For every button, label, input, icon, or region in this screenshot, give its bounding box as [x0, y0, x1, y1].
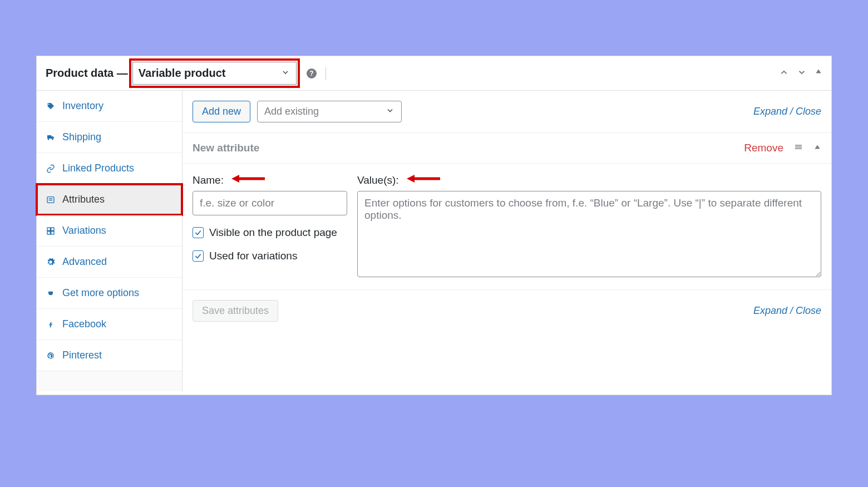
- attribute-form-left: Name: Visible on the product page Used f…: [193, 174, 347, 279]
- sidebar-item-advanced[interactable]: Advanced: [37, 247, 182, 278]
- panel-body: Inventory Shipping Linked Products Attri…: [37, 91, 831, 391]
- values-label: Value(s):: [357, 174, 399, 186]
- svg-marker-0: [816, 69, 821, 73]
- collapse-attribute-icon[interactable]: [813, 143, 821, 153]
- sidebar-item-attributes[interactable]: Attributes: [37, 184, 182, 215]
- product-type-wrap: Variable product: [132, 62, 297, 85]
- visible-checkbox[interactable]: [193, 227, 204, 238]
- sidebar-item-label: Attributes: [62, 194, 105, 205]
- sidebar-item-label: Pinterest: [62, 350, 102, 361]
- sidebar-item-label: Facebook: [62, 318, 106, 330]
- product-data-panel: Product data — Variable product ? Invent…: [36, 56, 832, 395]
- attribute-section-header: New attribute Remove: [183, 133, 831, 164]
- sidebar-item-shipping[interactable]: Shipping: [37, 122, 182, 153]
- drag-handle-icon[interactable]: [793, 142, 803, 154]
- annotation-arrow-icon: [407, 174, 440, 186]
- attribute-values-textarea[interactable]: [357, 191, 821, 277]
- name-field-label-row: Name:: [193, 174, 347, 186]
- attribute-form-right: Value(s):: [357, 174, 821, 279]
- values-field-label-row: Value(s):: [357, 174, 821, 186]
- svg-rect-4: [47, 228, 50, 230]
- svg-rect-6: [47, 231, 50, 234]
- product-type-select[interactable]: Variable product: [132, 62, 297, 85]
- collapse-panel-icon[interactable]: [815, 67, 822, 80]
- pinterest-icon: [46, 352, 56, 360]
- svg-marker-11: [815, 145, 820, 149]
- add-existing-select[interactable]: Add existing: [257, 101, 402, 122]
- add-existing-label: Add existing: [264, 106, 319, 117]
- truck-icon: [46, 133, 56, 142]
- move-down-icon[interactable]: [797, 67, 807, 80]
- sidebar-item-label: Variations: [62, 225, 106, 237]
- used-variations-checkbox-row: Used for variations: [193, 250, 347, 262]
- svg-rect-5: [51, 228, 54, 230]
- panel-header: Product data — Variable product ?: [37, 56, 831, 91]
- name-label: Name:: [193, 174, 224, 186]
- attribute-name-input[interactable]: [193, 191, 347, 215]
- main-content: Add new Add existing Expand / Close New …: [183, 91, 831, 391]
- sidebar: Inventory Shipping Linked Products Attri…: [37, 91, 183, 391]
- panel-header-controls: [779, 67, 822, 80]
- sidebar-item-linked-products[interactable]: Linked Products: [37, 153, 182, 184]
- svg-rect-7: [51, 231, 54, 234]
- svg-marker-13: [231, 175, 239, 183]
- grid-icon: [46, 227, 56, 235]
- attribute-header-actions: Remove: [744, 142, 821, 154]
- used-variations-checkbox-label: Used for variations: [209, 250, 297, 262]
- annotation-arrow-icon: [231, 174, 265, 186]
- sidebar-item-pinterest[interactable]: Pinterest: [37, 340, 182, 371]
- add-new-button[interactable]: Add new: [193, 101, 250, 122]
- sidebar-item-facebook[interactable]: Facebook: [37, 309, 182, 340]
- expand-close-link[interactable]: Expand / Close: [753, 305, 821, 317]
- sidebar-item-label: Linked Products: [62, 163, 134, 174]
- sidebar-item-label: Get more options: [62, 287, 139, 299]
- sidebar-item-label: Advanced: [62, 256, 107, 268]
- svg-marker-15: [407, 175, 415, 183]
- link-icon: [46, 164, 56, 173]
- sidebar-item-label: Shipping: [62, 131, 101, 143]
- list-icon: [46, 195, 56, 204]
- help-icon[interactable]: ?: [307, 68, 317, 78]
- used-variations-checkbox[interactable]: [193, 250, 204, 262]
- divider: [326, 67, 326, 80]
- visible-checkbox-row: Visible on the product page: [193, 227, 347, 239]
- annotation-highlight-box: [36, 183, 183, 216]
- gear-icon: [46, 258, 56, 267]
- expand-close-link[interactable]: Expand / Close: [753, 106, 821, 117]
- sidebar-item-label: Inventory: [62, 100, 103, 112]
- sidebar-item-variations[interactable]: Variations: [37, 215, 182, 247]
- save-attributes-button[interactable]: Save attributes: [193, 300, 278, 322]
- sidebar-item-get-more-options[interactable]: Get more options: [37, 278, 182, 309]
- remove-attribute-link[interactable]: Remove: [744, 142, 783, 154]
- attributes-toolbar: Add new Add existing Expand / Close: [183, 91, 831, 133]
- attribute-form: Name: Visible on the product page Used f…: [183, 164, 831, 290]
- plug-icon: [46, 289, 56, 298]
- panel-title: Product data —: [46, 67, 128, 80]
- attributes-footer: Save attributes Expand / Close: [183, 290, 831, 332]
- sidebar-item-inventory[interactable]: Inventory: [37, 91, 182, 122]
- facebook-icon: [46, 321, 56, 328]
- tag-icon: [46, 102, 56, 111]
- move-up-icon[interactable]: [779, 67, 789, 80]
- chevron-down-icon: [386, 106, 394, 117]
- visible-checkbox-label: Visible on the product page: [209, 227, 337, 239]
- attribute-section-title: New attribute: [193, 142, 259, 154]
